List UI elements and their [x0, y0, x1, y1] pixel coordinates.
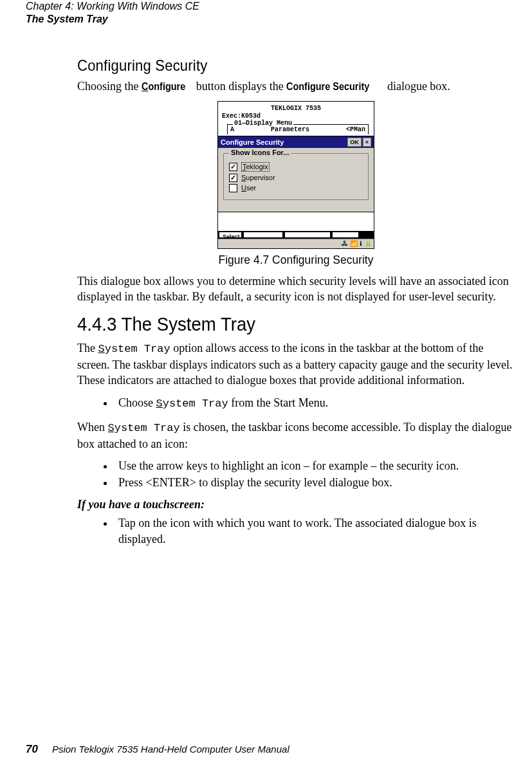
paragraph-system-tray-intro: The System Tray option allows access to …: [77, 340, 515, 389]
checkbox-label-supervisor: Supervisor: [241, 174, 275, 182]
bullet-list-choose: Choose System Tray from the Start Menu.: [77, 395, 515, 412]
mono-system-tray: System Tray: [98, 343, 170, 355]
menu-col-a: A: [230, 126, 234, 134]
text: The: [77, 342, 98, 354]
checkbox-user[interactable]: [229, 184, 237, 192]
info-icon[interactable]: ℹ: [360, 240, 362, 248]
signal-icon[interactable]: 📶: [350, 240, 358, 248]
group-show-icons-for: Show Icons For... ✓ Teklogix ✓ Superviso…: [223, 153, 369, 200]
section-title: The System Tray: [26, 13, 199, 26]
configure-label: Configure: [142, 80, 185, 95]
screenshot-whitespace: [218, 212, 374, 231]
bullet-press-enter: Press <ENTER> to display the security le…: [115, 475, 515, 490]
close-button[interactable]: ×: [363, 138, 371, 147]
paragraph-after-figure: This dialogue box allows you to determin…: [77, 273, 515, 305]
bullet-choose-system-tray: Choose System Tray from the Start Menu.: [115, 395, 515, 412]
battery-icon[interactable]: 🔋: [364, 240, 372, 248]
heading-configuring-security: Configuring Security: [77, 57, 480, 75]
heading-touchscreen: If you have a touchscreen:: [77, 498, 515, 511]
menu-col-pman: <PMan: [346, 126, 365, 134]
text: button displays the: [193, 80, 286, 93]
checkbox-supervisor[interactable]: ✓: [229, 174, 237, 182]
bullet-arrow-keys: Use the arrow keys to highlight an icon …: [115, 458, 515, 473]
checkbox-row-supervisor: ✓ Supervisor: [229, 174, 363, 182]
chapter-title: Chapter 4: Working With Windows CE: [26, 0, 199, 13]
page-number: 70: [26, 743, 38, 755]
ok-button[interactable]: OK: [347, 138, 362, 147]
mono-system-tray: System Tray: [156, 398, 228, 410]
screenshot-configure-security: TEKLOGIX 7535 Exec:K053d 01—Display Menu…: [217, 101, 374, 249]
paragraph-intro: Choosing the Configure button displays t…: [77, 78, 515, 95]
running-header: Chapter 4: Working With Windows CE The S…: [26, 0, 199, 26]
dialog-titlebar: Configure Security OK ×: [218, 136, 374, 148]
text: from the: [228, 396, 273, 409]
checkbox-teklogix[interactable]: ✓: [229, 163, 237, 171]
configure-security-label: Configure Security: [286, 80, 369, 95]
bullet-tap-icon: Tap on the icon with which you want to w…: [115, 515, 515, 547]
display-menu-caption: 01—Display Menu: [233, 120, 293, 127]
menu-col-params: Parameters: [271, 126, 309, 134]
text: When: [77, 421, 107, 434]
checkbox-label-teklogix: Teklogix: [241, 162, 270, 172]
device-title: TEKLOGIX 7535: [222, 105, 370, 113]
dialog-body: Show Icons For... ✓ Teklogix ✓ Superviso…: [218, 148, 374, 212]
bullet-list-arrow-enter: Use the arrow keys to highlight an icon …: [77, 458, 515, 491]
screenshot-tray: Select 🖧 📶 ℹ 🔋: [218, 239, 374, 248]
checkbox-row-user: User: [229, 184, 363, 192]
start-menu-label: Start Menu: [273, 396, 326, 409]
paragraph-when-chosen: When System Tray is chosen, the taskbar …: [77, 419, 515, 452]
heading-4-4-3: 4.4.3 The System Tray: [77, 313, 480, 335]
figure-caption: Figure 4.7 Configuring Security: [95, 253, 497, 267]
text: .: [326, 396, 329, 409]
mono-system-tray: System Tray: [107, 422, 179, 434]
network-icon[interactable]: 🖧: [342, 240, 348, 248]
checkbox-row-teklogix: ✓ Teklogix: [229, 162, 363, 172]
bullet-list-tap: Tap on the icon with which you want to w…: [77, 515, 515, 547]
screenshot-statusbar: [218, 231, 374, 239]
group-label: Show Icons For...: [229, 149, 291, 157]
text: Choose: [118, 396, 156, 409]
dialog-title-text: Configure Security: [221, 138, 284, 147]
display-menu-frame: 01—Display Menu A Parameters <PMan: [227, 124, 369, 135]
checkbox-label-user: User: [241, 184, 256, 192]
text: Choosing the: [77, 80, 142, 93]
dialog-configure-security: Configure Security OK × Show Icons For..…: [218, 136, 374, 212]
text: dialogue box.: [384, 80, 450, 93]
screenshot-header: TEKLOGIX 7535 Exec:K053d 01—Display Menu…: [218, 102, 374, 136]
page-footer: 70Psion Teklogix 7535 Hand-Held Computer…: [26, 743, 289, 756]
footer-text: Psion Teklogix 7535 Hand-Held Computer U…: [52, 744, 289, 755]
